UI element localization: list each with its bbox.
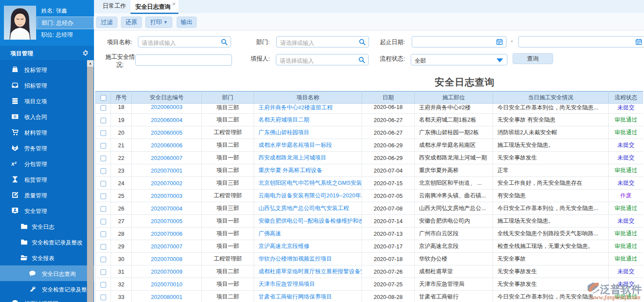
svg-text:泛普软件: 泛普软件 <box>600 283 642 295</box>
svg-text:www.fanpusoft.com: www.fanpusoft.com <box>591 294 641 301</box>
